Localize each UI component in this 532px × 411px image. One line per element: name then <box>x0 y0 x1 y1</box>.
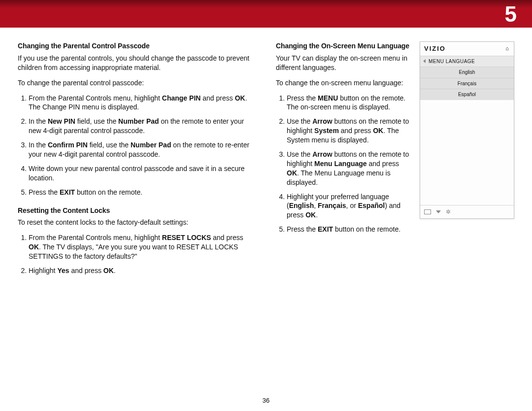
list-item: Press the MENU button on the remote. The… <box>287 94 411 112</box>
right-column: Changing the On-Screen Menu Language You… <box>276 41 514 282</box>
list-item: Press the EXIT button on the remote. <box>29 188 256 197</box>
tv-option: Español <box>420 89 514 100</box>
chapter-number: 5 <box>505 2 517 27</box>
home-icon: ⌂ <box>505 45 510 52</box>
list-item: Highlight your preferred language (Engli… <box>287 192 411 220</box>
list-item: Press the EXIT button on the remote. <box>287 225 411 234</box>
lead-language: To change the on-screen menu language: <box>276 78 411 88</box>
list-item: Use the Arrow buttons on the remote to h… <box>287 150 411 187</box>
tv-brand: VIZIO <box>424 44 446 53</box>
list-item: Use the Arrow buttons on the remote to h… <box>287 117 411 145</box>
list-item: Write down your new parental control pas… <box>29 164 256 183</box>
back-icon <box>423 59 426 63</box>
left-column: Changing the Parental Control Passcode I… <box>18 41 256 282</box>
list-item: In the Confirm PIN field, use the Number… <box>29 140 256 159</box>
intro-language: Your TV can display the on-screen menu i… <box>276 54 411 72</box>
tv-menu-title-row: MENU LANGUAGE <box>420 56 514 68</box>
heading-language: Changing the On-Screen Menu Language <box>276 41 411 51</box>
lead-passcode: To change the parental control passcode: <box>18 78 256 88</box>
list-item: In the New PIN field, use the Number Pad… <box>29 117 256 136</box>
steps-passcode: From the Parental Controls menu, highlig… <box>18 94 256 197</box>
tv-menu-screenshot: VIZIO ⌂ MENU LANGUAGE English Français E… <box>420 41 514 219</box>
lead-reset: To reset the content locks to the factor… <box>18 218 256 227</box>
page-body: Changing the Parental Control Passcode I… <box>0 28 532 282</box>
tv-option: English <box>420 67 514 78</box>
tv-footer: ✲ <box>420 205 514 218</box>
tv-body <box>420 100 514 205</box>
gear-icon: ✲ <box>446 208 451 216</box>
heading-reset: Resetting the Content Locks <box>18 206 256 215</box>
tv-option: Français <box>420 78 514 90</box>
tv-menu-title: MENU LANGUAGE <box>429 58 475 65</box>
steps-language: Press the MENU button on the remote. The… <box>276 94 411 235</box>
list-item: From the Parental Controls menu, highlig… <box>29 233 256 261</box>
intro-passcode: If you use the parental controls, you sh… <box>18 54 256 72</box>
right-text-block: Changing the On-Screen Menu Language You… <box>276 41 411 282</box>
chapter-banner: 5 <box>0 0 532 28</box>
heading-passcode: Changing the Parental Control Passcode <box>18 41 256 51</box>
wide-icon <box>424 209 431 214</box>
tv-options-list: English Français Español <box>420 67 514 100</box>
page-number: 36 <box>0 397 532 404</box>
list-item: From the Parental Controls menu, highlig… <box>29 94 256 112</box>
chevron-down-icon <box>436 210 441 213</box>
steps-reset: From the Parental Controls menu, highlig… <box>18 233 256 275</box>
tv-header: VIZIO ⌂ <box>420 42 514 56</box>
list-item: Highlight Yes and press OK. <box>29 266 256 275</box>
